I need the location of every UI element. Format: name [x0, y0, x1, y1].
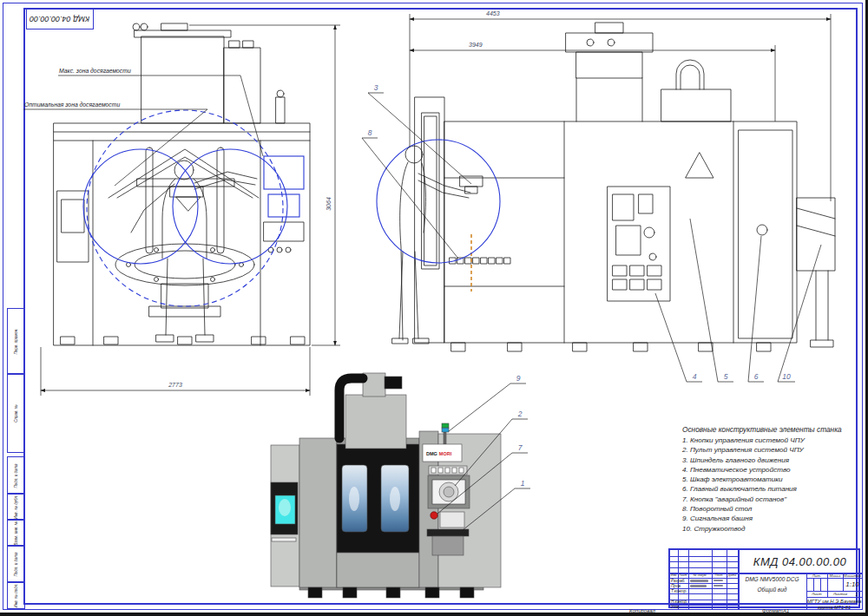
- callout-2: 2: [517, 410, 523, 418]
- keyboard-shelf: [427, 529, 469, 536]
- max-zone-label: Макс. зона досягаемости: [59, 68, 131, 74]
- opt-zone-label: Оптимальная зона досягаемости: [24, 102, 120, 108]
- dim-2773: 2773: [168, 382, 182, 388]
- org-name: МГТУ им.Н.Э.Баумана: [806, 598, 862, 604]
- parts-list: Основные конструктивные элементы станка …: [682, 425, 866, 534]
- callout-1: 1: [521, 479, 525, 488]
- signal-light-blue: [442, 428, 449, 432]
- callout-6: 6: [754, 372, 759, 381]
- list-item: 6. Главный выключатель питания: [682, 484, 866, 494]
- signal-tower-pole: [444, 432, 446, 444]
- signature-smudge: [690, 580, 708, 582]
- machine-render: [271, 373, 501, 598]
- list-item: 3. Шпиндель главного движения: [682, 455, 866, 465]
- doc-number: КМД 04.00.00.00: [738, 550, 862, 573]
- row-utv: Утв.: [670, 605, 689, 610]
- title-block: КМД 04.00.00.00 DMG NMV5000 DCG Общий ви…: [668, 548, 860, 608]
- dim-4453: 4453: [486, 10, 500, 16]
- list-item: 8. Поворотный стол: [682, 504, 866, 514]
- front-dimensions: 2773 3064: [41, 25, 340, 396]
- list-item: 4. Пневматическое устройство: [682, 465, 866, 475]
- doc-type: Общий вид: [738, 585, 806, 593]
- logo-mori-text: MORI: [439, 451, 452, 456]
- front-zone-labels: Макс. зона досягаемости Оптимальная зона…: [23, 68, 263, 186]
- parts-list-title: Основные конструктивные элементы станка: [682, 425, 866, 434]
- side-reach-zone: [377, 140, 500, 263]
- callout-9: 9: [516, 374, 521, 383]
- sheets-label: Листов: [829, 591, 852, 597]
- list-item: 1. Кнопки управления системой ЧПУ: [682, 436, 866, 445]
- side-dimensions: 4453 3949: [410, 10, 831, 201]
- callout-10: 10: [782, 372, 791, 381]
- copied-label: Копировал: [629, 608, 655, 613]
- operator-side: [392, 146, 470, 344]
- list-item: 7. Кнопка "аварийный останов": [682, 495, 866, 504]
- col-doc: № докум.: [688, 573, 712, 578]
- list-item: 10. Стружкоотвод: [682, 524, 866, 534]
- signal-light-green: [442, 423, 449, 428]
- dim-3949: 3949: [469, 42, 483, 48]
- scale-value: 1:10: [843, 579, 862, 590]
- sheet-label: Лист: [806, 591, 827, 597]
- callout-7: 7: [518, 443, 523, 452]
- callout-8: 8: [368, 128, 372, 137]
- signature-smudge: [713, 585, 723, 587]
- col-podp: Подп.: [712, 573, 727, 578]
- list-item: 5. Шкаф электроавтоматики: [682, 475, 866, 484]
- side-view-drawing: [415, 23, 835, 351]
- opt-zone-leader: [23, 109, 207, 186]
- product-name: DMG NMV5000 DCG: [738, 574, 806, 583]
- scale-label: Масштаб: [843, 573, 862, 578]
- row-tkontr: Т.контр.: [670, 588, 689, 593]
- format-label: Формат: [762, 608, 783, 613]
- callout-5: 5: [724, 372, 728, 381]
- mass-label: Масса: [827, 573, 843, 578]
- callout-3: 3: [374, 83, 378, 92]
- format-value: А1: [783, 608, 789, 613]
- emergency-stop-button: [431, 512, 437, 519]
- callout-4: 4: [693, 372, 697, 381]
- list-item: 2. Пульт управления системой ЧПУ: [682, 445, 866, 455]
- lit-label: Лит.: [806, 573, 827, 578]
- dmg-mori-logo: DMGMORI: [426, 451, 452, 456]
- signature-smudge: [713, 580, 723, 581]
- logo-dmg-text: DMG: [426, 451, 437, 456]
- reach-zones: [83, 110, 287, 306]
- col-data: Дата: [727, 573, 738, 578]
- list-item: 9. Сигнальная башня: [682, 514, 866, 523]
- drawing-sheet: КМД 04.00.00.00 Перв. примен. Справ. № П…: [0, 0, 868, 616]
- max-zone-leader: [58, 75, 263, 156]
- org-group: группа МТ1-81: [806, 604, 862, 610]
- side-callouts: 3 8 4 5 6 10: [362, 83, 821, 382]
- dim-3064: 3064: [326, 197, 332, 211]
- signature-smudge: [690, 585, 707, 587]
- sheets-value: 1: [852, 591, 861, 597]
